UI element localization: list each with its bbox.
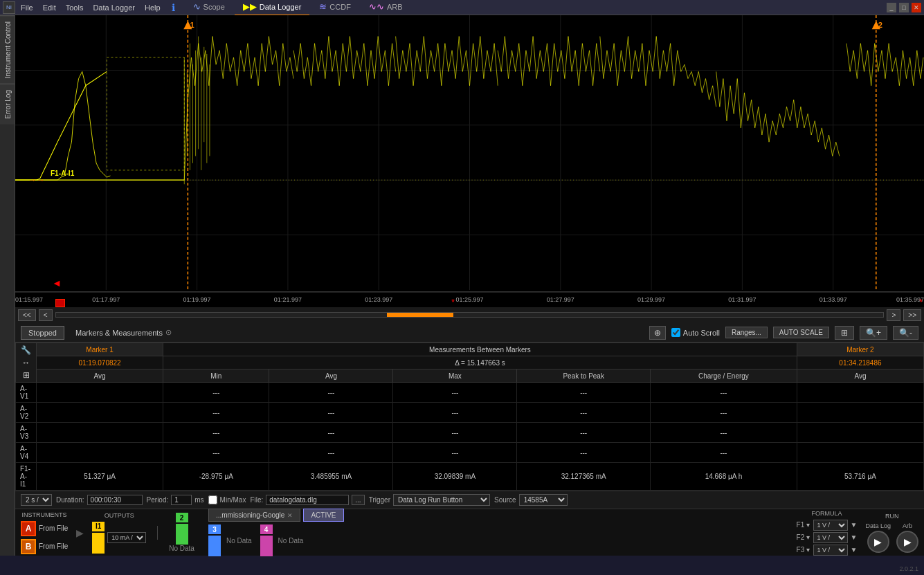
formula-f3-arrow-icon[interactable]: ▼: [851, 546, 858, 554]
ms-label: ms: [194, 496, 203, 504]
inst-b-box[interactable]: B: [21, 539, 36, 554]
file-item: File: ...: [250, 495, 364, 505]
time-1: 01:17.997: [92, 296, 120, 303]
tab-scope[interactable]: ∿ Scope: [185, 0, 233, 16]
formula-f1-arrow-icon[interactable]: ▼: [851, 521, 858, 529]
tab-ccdf-label: CCDF: [329, 3, 351, 11]
menu-datalogger[interactable]: Data Logger: [89, 2, 139, 13]
maximize-button[interactable]: □: [899, 3, 909, 12]
menu-file[interactable]: File: [17, 2, 37, 13]
minmax-item: Min/Max: [208, 495, 246, 504]
row-av2-label: A-V2: [16, 403, 37, 423]
trigger-select[interactable]: Data Log Run Button: [393, 494, 490, 506]
formula-f3-select[interactable]: 1 V /: [813, 545, 848, 556]
output2-section: 2 No Data: [169, 513, 194, 552]
svg-text:2: 2: [878, 21, 882, 29]
auto-scale-button[interactable]: AUTO SCALE: [773, 327, 829, 338]
sidebar-item-error-log[interactable]: Error Log: [0, 84, 15, 125]
scroll-thumb[interactable]: [387, 313, 453, 317]
zoom-fit-button[interactable]: ⊞: [835, 326, 854, 340]
svg-text:→→: →→: [28, 175, 44, 185]
taskbar-tab-google-label: ...mmissioning-Google: [216, 511, 284, 519]
formula-f2-select[interactable]: 1 V /: [813, 532, 848, 543]
period-input[interactable]: [171, 495, 192, 505]
file-input[interactable]: [266, 495, 349, 505]
inst-a-box[interactable]: A: [21, 521, 36, 536]
zoom-in-button[interactable]: 🔍+: [860, 326, 887, 340]
prev-button[interactable]: <: [39, 309, 53, 321]
table-row: A-V3 --- --- --- --- ---: [16, 423, 924, 443]
output2-num: 2: [176, 513, 188, 522]
time-3: 01:21.997: [274, 296, 302, 303]
run-btn-arb: Arb ▶: [896, 522, 918, 553]
app-logo: NI: [3, 1, 15, 14]
tab-datalogger[interactable]: ▶▶ Data Logger: [235, 0, 310, 16]
minimize-button[interactable]: _: [887, 3, 896, 12]
auto-scroll-checkbox[interactable]: [671, 328, 680, 337]
chart-wrapper: 1 2 F1-A-I1 →→ ◄ *: [15, 15, 924, 323]
skip-back-button[interactable]: <<: [18, 309, 36, 321]
next-button[interactable]: >: [887, 309, 900, 321]
playback-indicator[interactable]: [55, 299, 65, 307]
formula-label: FORMULA: [812, 510, 842, 517]
sidebar-item-instrument-control[interactable]: Instrument Control: [0, 15, 15, 84]
source-select[interactable]: 14585A: [519, 494, 568, 506]
tab-ccdf[interactable]: ≋ CCDF: [311, 0, 359, 16]
avg2-col-header: Avg: [269, 369, 393, 383]
menu-edit[interactable]: Edit: [39, 2, 60, 13]
output4-bar: [260, 536, 273, 556]
time-per-div-select[interactable]: 2 s /: [21, 494, 52, 506]
tool-icon-arrows[interactable]: ↔: [22, 358, 30, 367]
scope-icon: ∿: [193, 1, 201, 12]
bottom-container: Stopped Markers & Measurements ⊙ ⊕ Auto …: [15, 323, 924, 556]
menu-tools[interactable]: Tools: [62, 2, 88, 13]
row-av3-label: A-V3: [16, 423, 37, 443]
markers-measurements-button[interactable]: Markers & Measurements ⊙: [70, 327, 177, 338]
ranges-button[interactable]: Ranges...: [725, 327, 768, 338]
output2-box: 2: [176, 513, 188, 545]
run-arb-button[interactable]: ▶: [896, 531, 918, 553]
tool-icon-grid[interactable]: ⊞: [23, 370, 30, 380]
run-datalog-button[interactable]: ▶: [867, 531, 889, 553]
stopped-button[interactable]: Stopped: [21, 326, 64, 340]
info-icon[interactable]: ℹ: [172, 2, 175, 13]
peak-to-peak-col-header: Peak to Peak: [517, 369, 651, 383]
output1-select[interactable]: 10 mA /: [107, 532, 146, 543]
taskbar-tab-active[interactable]: ACTIVE: [303, 509, 343, 522]
param-bar: 2 s / Duration: Period: ms Min/Max: [15, 491, 924, 509]
marker2-avg-col-header: Avg: [797, 369, 923, 383]
title-bar: NI File Edit Tools Data Logger Help ℹ ∿ …: [0, 0, 924, 15]
taskbar-tab-google-close[interactable]: ✕: [287, 512, 293, 519]
outputs-label: OUTPUTS: [105, 512, 134, 519]
menu-help[interactable]: Help: [141, 2, 165, 13]
marker1-time-header: 01:19.070822: [37, 356, 163, 369]
tool-icon-wrench[interactable]: 🔧: [21, 345, 31, 355]
close-button[interactable]: ✕: [912, 3, 921, 12]
run-section: RUN Data Log ▶ Arb ▶: [865, 513, 918, 553]
delta-header: Δ = 15.147663 s: [163, 356, 797, 369]
scroll-track[interactable]: [55, 312, 885, 318]
auto-scroll-toggle[interactable]: Auto Scroll: [671, 328, 720, 337]
minmax-checkbox[interactable]: [208, 495, 217, 504]
taskbar-tabs: ...mmissioning-Google ✕ ACTIVE: [208, 509, 783, 522]
add-measurement-button[interactable]: ⊕: [649, 326, 666, 340]
arrow-right-icon: ▶: [76, 527, 84, 538]
formula-f1-select[interactable]: 1 V /: [813, 520, 848, 531]
chart-area[interactable]: 1 2 F1-A-I1 →→ ◄ *: [15, 15, 924, 292]
zoom-out-button[interactable]: 🔍-: [893, 326, 918, 340]
tools-column-header: 🔧 ↔ ⊞: [16, 343, 37, 383]
time-per-div-item: 2 s /: [21, 494, 52, 506]
duration-input[interactable]: [87, 495, 143, 505]
formula-f2-arrow-icon[interactable]: ▼: [851, 533, 858, 541]
ccdf-icon: ≋: [319, 1, 327, 12]
time-0: 01:15.997: [15, 296, 43, 303]
row-av1-min: ---: [163, 383, 269, 403]
skip-forward-button[interactable]: >>: [903, 309, 921, 321]
output2-bar: [176, 524, 188, 545]
run-arb-label: Arb: [903, 522, 912, 529]
tab-scope-label: Scope: [203, 3, 225, 11]
file-browse-button[interactable]: ...: [352, 495, 364, 505]
tab-arb[interactable]: ∿∿ ARB: [361, 0, 411, 16]
taskbar-tab-google[interactable]: ...mmissioning-Google ✕: [208, 509, 300, 522]
formula-f1-label: F1 ▾: [797, 521, 810, 529]
